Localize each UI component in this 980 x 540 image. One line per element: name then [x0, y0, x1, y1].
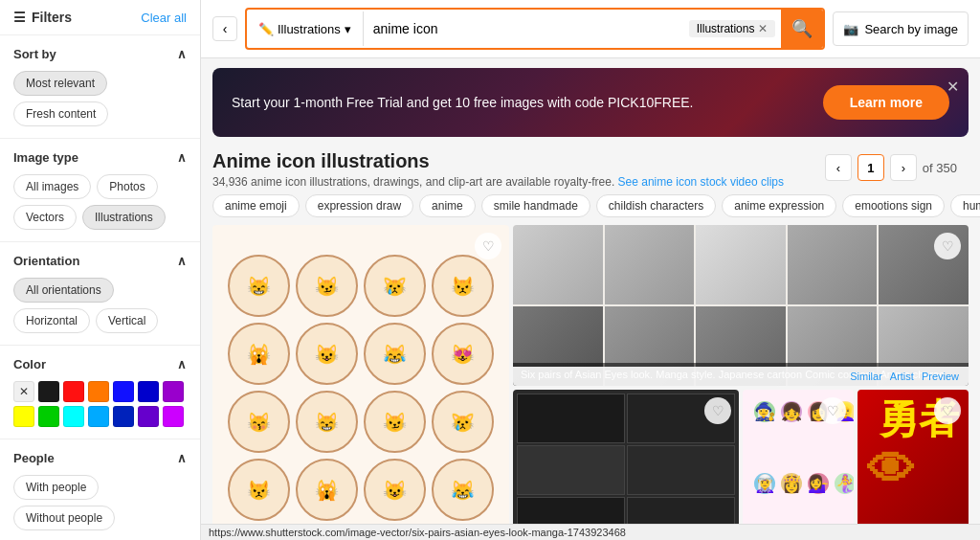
- manga-dark-1: [517, 394, 625, 443]
- search-type-label: Illustrations: [278, 22, 341, 36]
- current-page: 1: [858, 154, 884, 181]
- manga-panels-favorite-button[interactable]: ♡: [704, 397, 731, 424]
- image-type-section: Image type ∧ All images Photos Vectors I…: [0, 139, 200, 242]
- tile-manga-eyes[interactable]: Six pairs of Asian Eyes look. Manga styl…: [513, 225, 969, 386]
- search-by-image-button[interactable]: 📷 Search by image: [833, 11, 969, 46]
- promo-banner: Start your 1-month Free Trial and get 10…: [212, 68, 969, 137]
- tag-anime[interactable]: anime: [419, 194, 476, 217]
- prev-page-button[interactable]: ‹: [825, 154, 852, 181]
- sort-by-section: Sort by ∧ Most relevant Fresh content: [0, 35, 200, 139]
- cat-face-9: 😽: [228, 391, 290, 453]
- filter-vectors[interactable]: Vectors: [13, 205, 77, 230]
- manga-artist-link[interactable]: Artist: [890, 371, 914, 382]
- people-section: People ∧ With people Without people: [0, 439, 200, 540]
- tag-anime-emoji[interactable]: anime emoji: [212, 194, 300, 217]
- cat-face-16: 😹: [432, 459, 494, 521]
- sort-most-relevant[interactable]: Most relevant: [13, 71, 107, 96]
- color-section: Color ∧ ✕: [0, 346, 200, 439]
- filter-vertical[interactable]: Vertical: [96, 308, 158, 333]
- cat-face-6: 😺: [296, 323, 358, 385]
- search-tag-remove[interactable]: ✕: [758, 22, 768, 35]
- orientation-section: Orientation ∧ All orientations Horizonta…: [0, 242, 200, 346]
- cat-face-13: 😾: [228, 459, 290, 521]
- next-page-button[interactable]: ›: [890, 154, 917, 181]
- color-title: Color ∧: [13, 357, 187, 371]
- search-input[interactable]: [364, 11, 689, 46]
- cat-face-14: 🙀: [296, 459, 358, 521]
- circle-chars-favorite-button[interactable]: ♡: [819, 397, 846, 424]
- color-blue[interactable]: [113, 381, 134, 402]
- image-type-title: Image type ∧: [13, 150, 187, 165]
- cat-face-11: 😼: [364, 391, 426, 453]
- manga-preview-link[interactable]: Preview: [922, 371, 959, 382]
- image-type-chevron: ∧: [177, 150, 187, 165]
- content-area: Start your 1-month Free Trial and get 10…: [201, 58, 980, 540]
- color-red[interactable]: [63, 381, 84, 402]
- color-dark-blue[interactable]: [138, 381, 159, 402]
- color-clear-button[interactable]: ✕: [13, 381, 34, 402]
- sort-by-chevron: ∧: [177, 47, 187, 61]
- tile-circle-chars[interactable]: 🧙‍♀️ 👧 👩 👱‍♀️ 🧝‍♀️ 👸 💁‍♀️ 🧜‍♀️ ♡: [743, 390, 854, 540]
- filter-photos[interactable]: Photos: [97, 174, 157, 199]
- cat-face-10: 😸: [296, 391, 358, 453]
- orientation-options: All orientations Horizontal Vertical: [13, 278, 187, 333]
- sort-fresh-content[interactable]: Fresh content: [13, 101, 108, 126]
- search-button[interactable]: 🔍: [781, 10, 823, 48]
- filter-illustrations[interactable]: Illustrations: [82, 205, 166, 230]
- filter-all-images[interactable]: All images: [13, 174, 91, 199]
- collapse-sidebar-button[interactable]: ‹: [212, 16, 237, 41]
- hero-favorite-button[interactable]: ♡: [934, 397, 961, 424]
- tag-smile-handmade[interactable]: smile handmade: [481, 194, 590, 217]
- manga-eyes-favorite-button[interactable]: ♡: [934, 233, 961, 259]
- filter-without-people[interactable]: Without people: [13, 506, 115, 530]
- filter-horizontal[interactable]: Horizontal: [13, 308, 90, 333]
- color-cyan[interactable]: [63, 406, 84, 427]
- results-title: Anime icon illustrations: [212, 150, 784, 172]
- sidebar-header: ☰ Filters Clear all: [0, 0, 200, 35]
- cat-face-2: 😼: [296, 255, 358, 317]
- tile-manga-panels[interactable]: ♡: [513, 390, 739, 540]
- learn-more-button[interactable]: Learn more: [823, 85, 949, 120]
- tile-hero-red[interactable]: 👁 勇者 ♡: [858, 390, 969, 540]
- char-circle-2: 👧: [781, 401, 802, 422]
- color-navy[interactable]: [113, 406, 134, 427]
- results-description: 34,936 anime icon illustrations, drawing…: [212, 175, 784, 189]
- camera-icon: 📷: [843, 22, 858, 36]
- tag-anime-expression[interactable]: anime expression: [722, 194, 836, 217]
- promo-close-button[interactable]: ✕: [947, 78, 959, 96]
- clear-all-button[interactable]: Clear all: [141, 11, 187, 25]
- manga-similar-link[interactable]: Similar: [850, 371, 882, 382]
- filter-all-orientations[interactable]: All orientations: [13, 278, 114, 303]
- tag-emootions-sign[interactable]: emootions sign: [842, 194, 945, 217]
- color-dark-purple[interactable]: [138, 406, 159, 427]
- color-black[interactable]: [38, 381, 59, 402]
- total-pages: of 350: [923, 161, 957, 175]
- tag-childish-characters[interactable]: childish characters: [596, 194, 716, 217]
- image-grid: 😸 😼 😿 😾 🙀 😺 😹 😻 😽 😸 😼 😿 😾 🙀 😺 😹: [201, 225, 980, 540]
- char-circle-6: 👸: [781, 473, 802, 494]
- color-orange[interactable]: [88, 381, 109, 402]
- tag-humor-character[interactable]: humor character: [950, 194, 980, 217]
- stock-video-link[interactable]: See anime icon stock video clips: [618, 175, 784, 189]
- image-type-options: All images Photos Vectors Illustrations: [13, 174, 187, 230]
- color-purple[interactable]: [163, 381, 184, 402]
- color-light-blue[interactable]: [88, 406, 109, 427]
- filters-label: Filters: [32, 10, 72, 25]
- filters-icon: ☰: [13, 10, 26, 25]
- sidebar: ☰ Filters Clear all Sort by ∧ Most relev…: [0, 0, 201, 540]
- cat-face-1: 😸: [228, 255, 290, 317]
- filter-with-people[interactable]: With people: [13, 475, 99, 500]
- search-type-button[interactable]: ✏️ Illustrations ▾: [247, 11, 364, 46]
- color-green[interactable]: [38, 406, 59, 427]
- char-circle-8: 🧜‍♀️: [835, 473, 854, 494]
- color-yellow[interactable]: [13, 406, 34, 427]
- cat-face-12: 😿: [432, 391, 494, 453]
- color-grid: ✕: [13, 381, 187, 427]
- cat-icons-favorite-button[interactable]: ♡: [475, 233, 501, 259]
- search-bar: ✏️ Illustrations ▾ Illustrations ✕ 🔍: [245, 8, 825, 50]
- tag-expression-draw[interactable]: expression draw: [305, 194, 413, 217]
- tile-cat-icons[interactable]: 😸 😼 😿 😾 🙀 😺 😹 😻 😽 😸 😼 😿 😾 🙀 😺 😹: [212, 225, 509, 540]
- char-circle-7: 💁‍♀️: [808, 473, 829, 494]
- color-violet[interactable]: [163, 406, 184, 427]
- main-content: ‹ ✏️ Illustrations ▾ Illustrations ✕ 🔍 📷…: [201, 0, 980, 540]
